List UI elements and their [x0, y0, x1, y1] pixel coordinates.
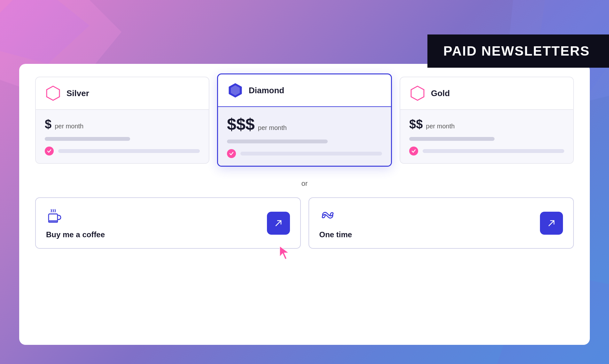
- hex-icon-silver: [45, 85, 61, 102]
- tier-header-diamond: Diamond: [218, 74, 391, 107]
- or-separator: or: [35, 179, 574, 188]
- svg-marker-8: [411, 86, 424, 100]
- action-left-onetime: One time: [319, 207, 352, 239]
- action-card-onetime[interactable]: One time: [308, 197, 574, 249]
- per-month-silver: per month: [55, 123, 83, 130]
- check-bar-silver: [58, 149, 200, 153]
- check-row-silver: [45, 147, 200, 155]
- svg-line-12: [549, 221, 554, 226]
- tier-name-silver: Silver: [66, 88, 89, 98]
- price-row-diamond: $$$ per month: [227, 115, 382, 134]
- action-label-coffee: Buy me a coffee: [46, 230, 105, 239]
- tier-body-diamond: $$$ per month: [218, 107, 391, 166]
- action-btn-coffee[interactable]: [267, 212, 290, 235]
- price-symbol-gold: $$: [409, 118, 423, 131]
- tier-card-diamond[interactable]: Diamond $$$ per month: [217, 73, 392, 167]
- svg-rect-9: [49, 214, 58, 221]
- bar-gold: [409, 137, 495, 141]
- action-card-coffee[interactable]: Buy me a coffee: [35, 197, 301, 249]
- tier-card-silver[interactable]: Silver $ per month: [35, 77, 209, 164]
- check-bar-diamond: [240, 152, 382, 155]
- tier-name-gold: Gold: [431, 88, 450, 98]
- check-row-gold: [409, 147, 564, 155]
- svg-marker-5: [47, 86, 59, 100]
- header-title: PAID NEWSLETTERS: [443, 43, 590, 58]
- tier-header-silver: Silver: [36, 77, 209, 110]
- tier-body-gold: $$ per month: [400, 110, 573, 163]
- hex-icon-diamond: [227, 82, 244, 99]
- coffee-icon: [46, 207, 63, 226]
- check-icon-silver: [45, 147, 54, 155]
- check-icon-diamond: [227, 149, 236, 158]
- tiers-row: Silver $ per month: [35, 77, 574, 170]
- check-row-diamond: [227, 149, 382, 158]
- action-left-coffee: Buy me a coffee: [46, 207, 105, 239]
- bar-silver: [45, 137, 130, 141]
- price-symbol-silver: $: [45, 118, 51, 131]
- actions-row: Buy me a coffee One time: [35, 197, 574, 249]
- infinity-icon: [319, 207, 336, 226]
- tier-header-gold: Gold: [400, 77, 573, 110]
- tier-body-silver: $ per month: [36, 110, 209, 163]
- svg-line-11: [276, 221, 281, 226]
- check-bar-gold: [423, 149, 564, 153]
- action-label-onetime: One time: [319, 230, 352, 239]
- tier-name-diamond: Diamond: [249, 86, 284, 95]
- per-month-diamond: per month: [258, 124, 287, 132]
- hex-icon-gold: [409, 85, 426, 102]
- price-symbol-diamond: $$$: [227, 115, 255, 134]
- tier-card-gold[interactable]: Gold $$ per month: [400, 77, 574, 164]
- svg-rect-10: [49, 221, 58, 222]
- bar-diamond: [227, 140, 328, 143]
- price-row-gold: $$ per month: [409, 118, 564, 131]
- check-icon-gold: [409, 147, 418, 155]
- main-card: Silver $ per month: [19, 64, 590, 345]
- header-banner: PAID NEWSLETTERS: [427, 34, 609, 68]
- price-row-silver: $ per month: [45, 118, 200, 131]
- per-month-gold: per month: [426, 123, 455, 130]
- action-btn-onetime[interactable]: [540, 212, 563, 235]
